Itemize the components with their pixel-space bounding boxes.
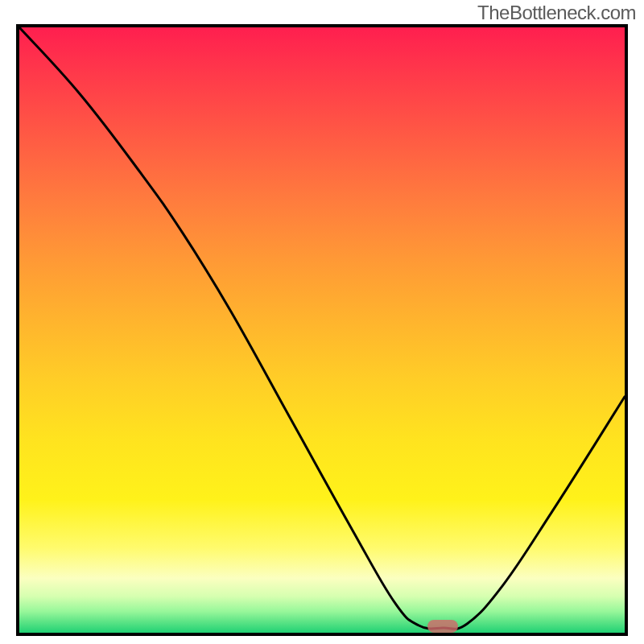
bottleneck-curve-path	[19, 27, 625, 629]
chart-plot	[16, 24, 628, 636]
minimum-marker-pill	[427, 620, 458, 633]
bottleneck-curve-svg	[19, 27, 625, 633]
watermark-text: TheBottleneck.com	[477, 2, 636, 24]
